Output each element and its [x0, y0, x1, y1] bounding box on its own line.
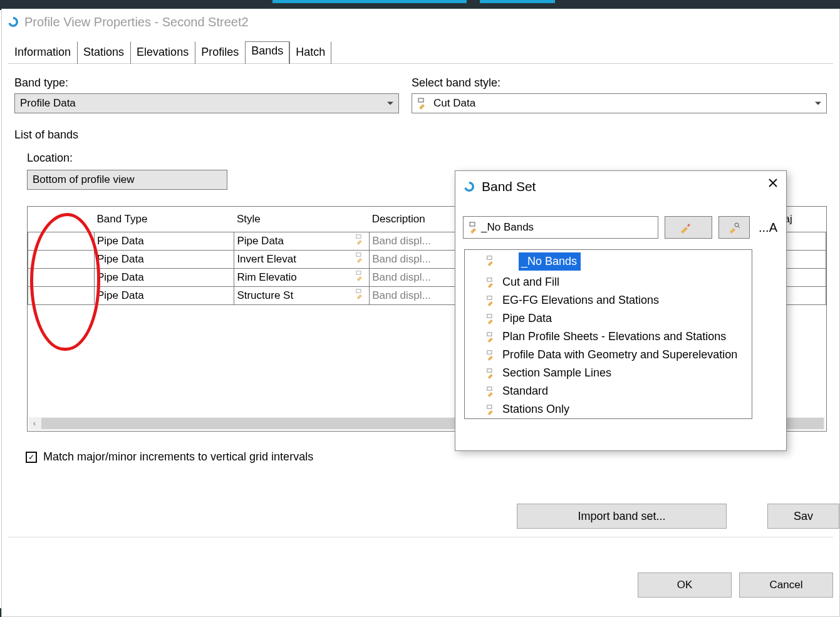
- brush-icon: [355, 270, 368, 283]
- dropdown-item-label: Pipe Data: [502, 312, 552, 325]
- band-set-popup: Band Set _No Bands ...A _No BandsCut and…: [455, 170, 787, 451]
- brush-icon: [486, 368, 500, 379]
- tab-bar: Information Stations Elevations Profiles…: [8, 41, 833, 64]
- chevron-down-icon: [387, 102, 393, 105]
- brush-icon: [417, 97, 430, 110]
- band-set-dropdown-list: _No BandsCut and FillEG-FG Elevations an…: [464, 249, 752, 419]
- location-select[interactable]: Bottom of profile view: [27, 170, 227, 190]
- cell-band-type[interactable]: Pipe Data: [95, 232, 234, 250]
- cell-band-type[interactable]: Pipe Data: [95, 286, 234, 304]
- save-button[interactable]: Sav: [767, 504, 839, 529]
- dropdown-item[interactable]: _No Bands: [519, 252, 581, 271]
- cell-style[interactable]: Invert Elevat: [234, 250, 370, 268]
- dropdown-item-label: Standard: [502, 385, 548, 398]
- window-title: Profile View Properties - Second Street2: [24, 15, 249, 29]
- brush-icon: [469, 221, 481, 234]
- list-of-bands-label: List of bands: [14, 128, 827, 142]
- cell-style[interactable]: Structure St: [234, 286, 370, 304]
- dropdown-item-label: Section Sample Lines: [502, 366, 611, 380]
- band-style-select[interactable]: Cut Data: [412, 93, 827, 113]
- band-type-select[interactable]: Profile Data: [14, 93, 399, 113]
- col-style[interactable]: Style: [234, 207, 370, 232]
- dropdown-item[interactable]: Plan Profile Sheets - Elevations and Sta…: [465, 328, 752, 346]
- dropdown-item[interactable]: Standard: [465, 382, 752, 400]
- row-handle[interactable]: [28, 250, 95, 268]
- row-handle[interactable]: [28, 232, 95, 250]
- cell-style[interactable]: Rim Elevatio: [234, 268, 370, 286]
- band-style-value: Cut Data: [433, 97, 475, 110]
- brush-icon: [486, 331, 500, 343]
- svg-rect-15: [487, 405, 492, 408]
- svg-rect-9: [487, 296, 492, 299]
- brush-icon: [486, 295, 500, 306]
- svg-rect-10: [487, 314, 492, 317]
- brush-icon: [355, 234, 368, 246]
- svg-rect-13: [487, 368, 492, 371]
- scroll-left-icon[interactable]: ‹: [29, 418, 40, 429]
- dropdown-item[interactable]: Section Sample Lines: [465, 364, 752, 382]
- brush-icon: [486, 255, 497, 268]
- dropdown-item-label: Profile Data with Geometry and Superelev…: [502, 348, 737, 361]
- dropdown-item[interactable]: Cut and Fill: [465, 273, 752, 291]
- civil3d-icon: [7, 16, 19, 28]
- brush-icon: [486, 404, 500, 415]
- band-type-value: Profile Data: [20, 97, 76, 110]
- dropdown-item-label: EG-FG Elevations and Stations: [502, 294, 659, 307]
- dropdown-item[interactable]: Stations Only: [465, 400, 752, 418]
- row-handle[interactable]: [28, 286, 95, 304]
- brush-icon: [355, 288, 368, 301]
- band-type-label: Band type:: [14, 76, 399, 90]
- svg-rect-7: [487, 256, 492, 259]
- band-set-selected: _No Bands: [481, 221, 534, 234]
- titlebar: Profile View Properties - Second Street2: [2, 9, 839, 35]
- brush-icon: [355, 252, 368, 264]
- dropdown-item-label: Plan Profile Sheets - Elevations and Sta…: [502, 330, 726, 343]
- brush-icon: [486, 350, 500, 361]
- cell-band-type[interactable]: Pipe Data: [95, 250, 234, 268]
- row-handle[interactable]: [28, 268, 95, 286]
- dropdown-item-label: Stations Only: [502, 403, 569, 416]
- pick-style-button[interactable]: [718, 216, 750, 239]
- tab-profiles[interactable]: Profiles: [195, 41, 245, 64]
- dropdown-item[interactable]: Pipe Data: [465, 309, 752, 328]
- location-label: Location:: [27, 152, 827, 165]
- brush-icon: [486, 277, 500, 288]
- tab-information[interactable]: Information: [8, 41, 77, 64]
- svg-rect-0: [418, 98, 423, 102]
- svg-rect-4: [356, 289, 361, 292]
- svg-rect-2: [356, 252, 361, 256]
- brush-edit-icon: [679, 221, 692, 234]
- svg-rect-14: [487, 386, 492, 390]
- close-icon[interactable]: [767, 177, 779, 192]
- chevron-down-icon: [815, 102, 821, 105]
- civil3d-icon: [463, 180, 475, 193]
- cell-style[interactable]: Pipe Data: [234, 232, 370, 250]
- band-set-title: Band Set: [482, 179, 536, 194]
- dropdown-item[interactable]: EG-FG Elevations and Stations: [465, 291, 752, 309]
- svg-rect-8: [487, 277, 492, 281]
- svg-rect-3: [356, 271, 361, 274]
- band-style-label: Select band style:: [412, 76, 827, 90]
- svg-rect-11: [487, 332, 492, 335]
- svg-rect-5: [470, 222, 475, 226]
- import-band-set-button[interactable]: Import band set...: [517, 504, 727, 529]
- band-set-select[interactable]: _No Bands: [463, 216, 658, 239]
- match-increments-label: Match major/minor increments to vertical…: [43, 450, 313, 464]
- dropdown-item[interactable]: Profile Data with Geometry and Superelev…: [465, 346, 752, 364]
- col-band-type[interactable]: Band Type: [95, 207, 234, 232]
- brush-icon: [486, 386, 500, 397]
- cancel-button[interactable]: Cancel: [739, 573, 833, 598]
- dropdown-item-label: Cut and Fill: [502, 276, 559, 289]
- location-value: Bottom of profile view: [33, 174, 135, 186]
- cell-band-type[interactable]: Pipe Data: [95, 268, 234, 286]
- brush-find-icon: [728, 221, 740, 234]
- match-increments-checkbox[interactable]: ✓: [26, 452, 37, 463]
- ok-button[interactable]: OK: [638, 573, 732, 598]
- tab-stations[interactable]: Stations: [77, 41, 130, 64]
- edit-style-button[interactable]: [665, 216, 712, 239]
- tab-elevations[interactable]: Elevations: [130, 41, 195, 64]
- more-label: ...A: [759, 220, 777, 235]
- svg-rect-12: [487, 350, 492, 353]
- tab-bands[interactable]: Bands: [245, 41, 289, 64]
- tab-hatch[interactable]: Hatch: [289, 41, 331, 64]
